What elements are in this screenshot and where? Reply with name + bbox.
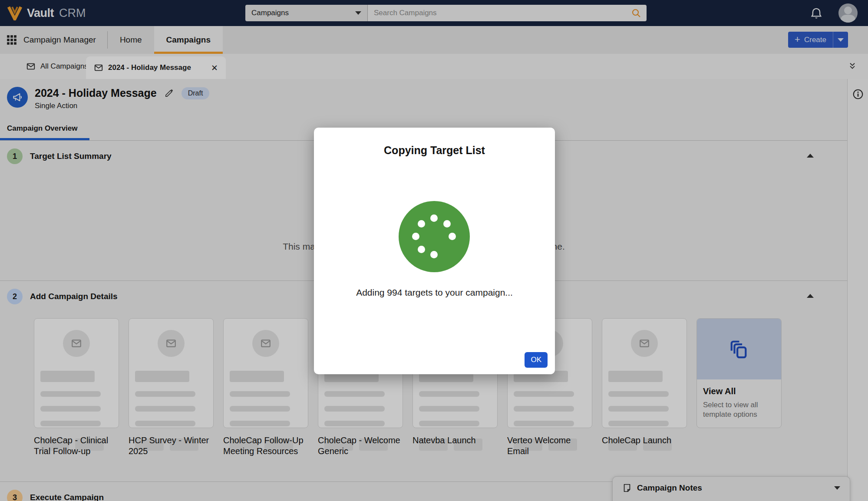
dialog-title: Copying Target List bbox=[314, 144, 555, 157]
ok-button[interactable]: OK bbox=[525, 352, 548, 368]
loading-spinner bbox=[399, 201, 470, 272]
copying-target-list-dialog: Copying Target List Adding 994 targets t… bbox=[314, 128, 555, 374]
dialog-message: Adding 994 targets to your campaign... bbox=[314, 287, 555, 298]
